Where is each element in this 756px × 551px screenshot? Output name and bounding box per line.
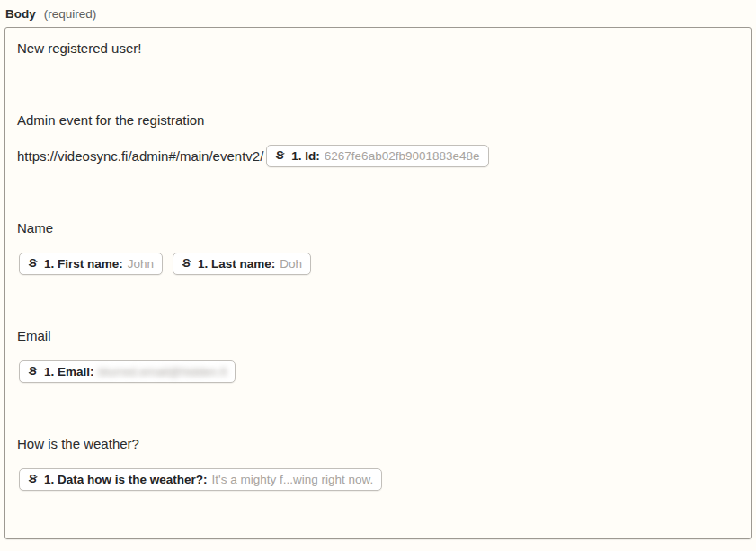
body-text: How is the weather? [17, 436, 139, 451]
mapped-field-pill-weather[interactable]: S 1. Data how is the weather?: It's a mi… [19, 468, 382, 491]
pill-value-redacted: blurred.email@hidden.fi [99, 365, 227, 378]
pill-label: 1. Id: [291, 149, 320, 163]
pill-value: It's a mighty f...wing right now. [212, 473, 374, 486]
body-text: Email [17, 328, 51, 343]
step-s-icon: S [274, 149, 286, 162]
body-editor[interactable]: New registered user! Admin event for the… [4, 27, 752, 539]
pill-value: John [128, 257, 154, 271]
pill-label: 1. Last name: [198, 257, 275, 271]
editor-line: S 1. First name: John S 1. Last name: Do… [17, 245, 739, 281]
editor-line: S 1. Data how is the weather?: It's a mi… [17, 461, 739, 497]
editor-line: Name [17, 209, 739, 245]
editor-line: S 1. Email: blurred.email@hidden.fi [17, 353, 739, 389]
pill-label: 1. Email: [44, 365, 94, 378]
mapped-field-pill-first-name[interactable]: S 1. First name: John [19, 253, 163, 275]
editor-line: Admin event for the registration [17, 102, 739, 138]
mapped-field-pill-last-name[interactable]: S 1. Last name: Doh [173, 253, 311, 275]
step-s-icon: S [181, 257, 192, 270]
pill-label: 1. First name: [44, 257, 123, 271]
body-text: Name [17, 220, 53, 236]
step-s-icon: S [27, 257, 39, 270]
step-s-icon: S [27, 473, 39, 485]
body-text: New registered user! [17, 40, 141, 56]
field-label-row: Body (required) [5, 7, 752, 21]
step-s-icon: S [27, 365, 39, 378]
pill-label: 1. Data how is the weather?: [44, 473, 208, 486]
pill-value: 6267fe6ab02fb9001883e48e [325, 149, 480, 163]
editor-line: How is the weather? [17, 425, 739, 461]
editor-blank-line [17, 281, 739, 317]
mapped-field-pill-id[interactable]: S 1. Id: 6267fe6ab02fb9001883e48e [266, 145, 488, 167]
editor-line: https://videosync.fi/admin#/main/eventv2… [17, 138, 739, 173]
body-text-url: https://videosync.fi/admin#/main/eventv2… [17, 148, 263, 164]
body-text: Admin event for the registration [17, 112, 204, 128]
editor-line: Email [17, 317, 739, 353]
editor-blank-line [17, 66, 739, 102]
editor-blank-line [17, 173, 739, 209]
required-note: (required) [44, 7, 97, 21]
mapped-field-pill-email[interactable]: S 1. Email: blurred.email@hidden.fi [19, 360, 236, 383]
editor-line: New registered user! [17, 30, 739, 66]
editor-blank-line [17, 389, 739, 425]
pill-value: Doh [280, 257, 302, 271]
field-label: Body [5, 7, 36, 21]
